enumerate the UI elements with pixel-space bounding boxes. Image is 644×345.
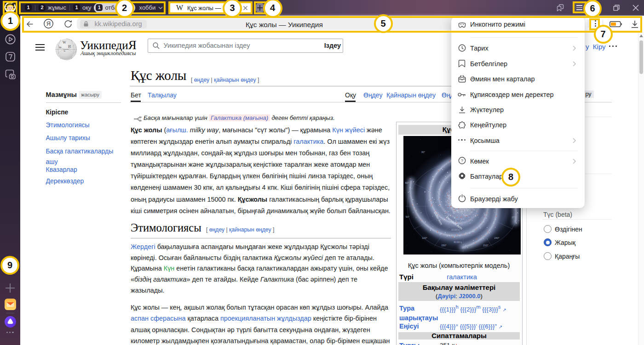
svg-text:120°: 120° — [422, 237, 427, 239]
svg-text:30,000 ly: 30,000 ly — [454, 241, 462, 243]
svg-text:180°: 180° — [461, 246, 466, 249]
svg-text:90°: 90° — [406, 215, 409, 218]
svg-text:И: И — [68, 45, 71, 49]
svg-text:○ Sun: ○ Sun — [461, 214, 467, 216]
svg-text:W: W — [63, 40, 66, 45]
svg-text:30°: 30° — [421, 151, 425, 153]
svg-text:240°: 240° — [494, 237, 499, 239]
svg-text:ᓐ: ᓐ — [63, 51, 66, 55]
svg-text:150°: 150° — [441, 244, 446, 247]
svg-text:?: ? — [461, 158, 463, 163]
svg-text:Orion Spur: Orion Spur — [455, 218, 465, 220]
svg-text:210°: 210° — [483, 244, 488, 247]
svg-text:Ω: Ω — [59, 45, 61, 49]
svg-text:10,000 ly: 10,000 ly — [451, 229, 460, 231]
svg-text:60°: 60° — [405, 181, 409, 184]
svg-text:270°: 270° — [512, 216, 517, 219]
